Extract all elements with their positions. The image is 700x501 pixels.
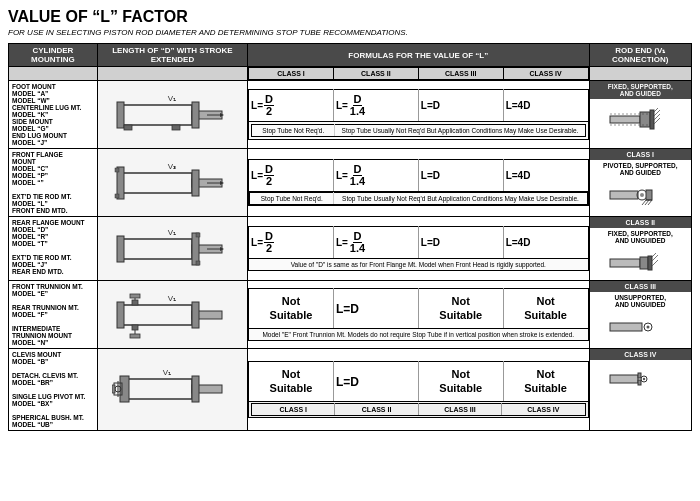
cylinder-cell-3: REAR FLANGE MOUNT MODEL “D” MODEL “R” MO… <box>9 217 98 281</box>
formula-5-ciii: NotSuitable <box>418 362 503 401</box>
svg-rect-45 <box>640 257 648 269</box>
formula-5-ci: NotSuitable <box>249 362 334 401</box>
svg-rect-58 <box>130 294 140 298</box>
svg-rect-9 <box>610 116 640 123</box>
svg-rect-54 <box>132 300 138 305</box>
svg-point-77 <box>643 378 645 380</box>
formula-2-ciii: L=D <box>418 160 503 192</box>
rod-end-desc-4: UNSUPPORTED,AND UNGUIDED <box>590 292 691 310</box>
svg-rect-44 <box>610 259 640 267</box>
svg-line-49 <box>652 260 658 266</box>
formula-4-cii: L=D <box>333 289 418 328</box>
cylinder-text-3: REAR FLANGE MOUNT MODEL “D” MODEL “R” MO… <box>12 219 94 275</box>
cylinder-text-1: FOOT MOUNT MODEL “A” MODEL “W” CENTERLIN… <box>12 83 94 146</box>
svg-rect-75 <box>638 380 641 385</box>
svg-rect-3 <box>192 102 199 128</box>
table-row: CLEVIS MOUNT MODEL “B” DETACH. CLEVIS MT… <box>9 349 692 431</box>
rod-end-diagram-4 <box>608 312 673 342</box>
formula-1-cii: L=D1.4 <box>333 90 418 122</box>
cylinder-text-5: CLEVIS MOUNT MODEL “B” DETACH. CLEVIS MT… <box>12 351 94 428</box>
cylinder-diagram-3: V₁ <box>112 221 232 276</box>
class-footer-ii: CLASS II <box>335 403 418 415</box>
svg-rect-40 <box>196 261 200 265</box>
cylinder-cell-2: FRONT FLANGE MOUNT MODEL “C” MODEL “P” M… <box>9 149 98 217</box>
cylinder-diagram-1: V₁ <box>112 87 232 142</box>
cylinder-cell-4: FRONT TRUNNION MT. MODEL “E” REAR TRUNNI… <box>9 281 98 349</box>
diagram-cell-1: V₁ <box>97 81 247 149</box>
stop-tube-note-2: Stop Tube Not Req'd. Stop Tube Usually N… <box>249 192 589 206</box>
rod-end-diagram-5 <box>608 364 673 394</box>
note-2a: Stop Tube Not Req'd. <box>250 193 334 205</box>
svg-line-47 <box>652 253 656 257</box>
svg-rect-23 <box>192 170 199 196</box>
rod-end-diagram-1 <box>608 102 673 137</box>
cylinder-diagram-5: V₁ <box>112 357 232 422</box>
svg-rect-4 <box>124 125 132 130</box>
svg-rect-10 <box>640 112 650 127</box>
subtitle: FOR USE IN SELECTING PISTON ROD DIAMETER… <box>8 28 692 37</box>
svg-text:V₁: V₁ <box>168 228 176 237</box>
cylinder-text-4: FRONT TRUNNION MT. MODEL “E” REAR TRUNNI… <box>12 283 94 346</box>
formula-3-cii: L=D1.4 <box>333 227 418 259</box>
svg-rect-37 <box>117 236 124 262</box>
rod-end-cell-3: CLASS II FIXED, SUPPORTED,AND UNGUIDED <box>589 217 691 281</box>
svg-rect-53 <box>192 302 199 328</box>
rod-end-desc-3: FIXED, SUPPORTED,AND UNGUIDED <box>590 228 691 246</box>
class-iii-header: CLASS III <box>418 68 503 80</box>
sub-header-length <box>97 67 247 81</box>
svg-rect-39 <box>196 233 200 237</box>
svg-rect-18 <box>122 173 192 193</box>
header-rodend: ROD END (V₁ CONNECTION) <box>589 44 691 67</box>
rod-end-label-1: FIXED, SUPPORTED,AND GUIDED <box>590 81 691 99</box>
formula-1-ci: L=D2 <box>249 90 334 122</box>
svg-rect-67 <box>192 376 199 402</box>
formula-1-civ: L=4D <box>503 90 588 122</box>
header-formulas: FORMULAS FOR THE VALUE OF “L” <box>248 44 590 67</box>
svg-rect-22 <box>115 194 119 198</box>
class-footer-iii: CLASS III <box>418 403 501 415</box>
rod-end-desc-2: PIVOTED, SUPPORTED,AND GUIDED <box>590 160 691 178</box>
diagram-cell-2: V₃ <box>97 149 247 217</box>
stop-tube-note-4: Model "E" Front Trunnion Mt. Models do n… <box>249 328 589 340</box>
svg-rect-2 <box>117 102 124 128</box>
table-row: REAR FLANGE MOUNT MODEL “D” MODEL “R” MO… <box>9 217 692 281</box>
svg-rect-38 <box>192 233 199 265</box>
rod-end-cell-5: CLASS IV <box>589 349 691 431</box>
cylinder-text-2: FRONT FLANGE MOUNT MODEL “C” MODEL “P” M… <box>12 151 94 214</box>
formula-5-cii: L=D <box>333 362 418 401</box>
svg-rect-11 <box>650 110 654 129</box>
formula-2-ci: L=D2 <box>249 160 334 192</box>
svg-rect-30 <box>646 190 652 200</box>
note-2b: Stop Tube Usually Not Req'd But Applicat… <box>334 193 587 205</box>
sub-header-classes: CLASS I CLASS II CLASS III CLASS IV <box>248 67 590 81</box>
table-row: FOOT MOUNT MODEL “A” MODEL “W” CENTERLIN… <box>9 81 692 149</box>
formula-4-civ: NotSuitable <box>503 289 588 328</box>
svg-rect-27 <box>610 191 638 199</box>
main-table: CYLINDER MOUNTING LENGTH OF “D” WITH STR… <box>8 43 692 431</box>
formula-cell-2: L=D2 L=D1.4 L=D L=4D <box>248 149 590 217</box>
svg-rect-73 <box>610 375 638 383</box>
svg-line-12 <box>654 108 658 112</box>
svg-rect-46 <box>648 256 652 270</box>
class-footer: CLASS I CLASS II CLASS III CLASS IV <box>249 401 589 417</box>
formula-cell-1: L=D2 L=D1.4 L=D L=4D <box>248 81 590 149</box>
svg-rect-55 <box>132 325 138 330</box>
formula-cell-3: L=D2 L=D1.4 L=D L=4D Value of "D" <box>248 217 590 281</box>
svg-rect-74 <box>638 373 641 378</box>
svg-point-63 <box>646 326 649 329</box>
page-title: VALUE OF “L” FACTOR <box>8 8 692 26</box>
formula-4-ciii: NotSuitable <box>418 289 503 328</box>
svg-rect-61 <box>610 323 642 331</box>
rod-end-cell-2: CLASS I PIVOTED, SUPPORTED,AND GUIDED <box>589 149 691 217</box>
sub-header-cylinder <box>9 67 98 81</box>
cylinder-diagram-4: V₁ <box>112 285 232 345</box>
formula-cell-5: NotSuitable L=D NotSuitable NotSuitable <box>248 349 590 431</box>
svg-rect-5 <box>172 125 180 130</box>
note-1a: Stop Tube Not Req'd. <box>252 125 335 137</box>
note-1b: Stop Tube Usually Not Req'd But Applicat… <box>335 125 585 137</box>
diagram-cell-5: V₁ <box>97 349 247 431</box>
svg-rect-50 <box>122 305 192 325</box>
svg-text:V₁: V₁ <box>168 294 176 303</box>
table-row: FRONT TRUNNION MT. MODEL “E” REAR TRUNNI… <box>9 281 692 349</box>
rod-end-label-2: CLASS I <box>590 149 691 160</box>
